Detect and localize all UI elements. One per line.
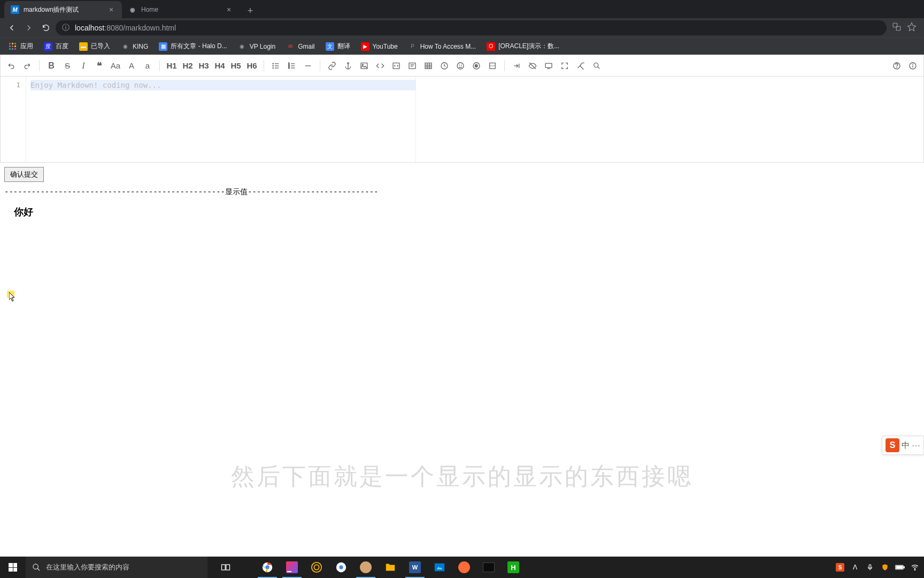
bold-button[interactable]: B (44, 57, 59, 74)
h2-button[interactable]: H2 (180, 57, 195, 74)
svg-rect-9 (12, 48, 13, 50)
watch-button[interactable] (525, 57, 540, 74)
photos-app[interactable] (428, 557, 451, 578)
file-explorer-app[interactable] (379, 557, 402, 578)
bookmark-gmail[interactable]: ✉Gmail (282, 40, 319, 53)
bookmark-vp-login[interactable]: ◉VP Login (234, 40, 280, 53)
anchor-button[interactable] (341, 57, 356, 74)
help-button[interactable] (889, 57, 904, 74)
h3-button[interactable]: H3 (196, 57, 211, 74)
translate-icon[interactable] (892, 22, 902, 34)
task-view-button[interactable] (214, 557, 237, 578)
back-button[interactable] (4, 20, 19, 35)
submit-button[interactable]: 确认提交 (4, 167, 44, 182)
word-app[interactable]: W (403, 557, 427, 578)
start-button[interactable] (0, 557, 26, 578)
ordered-list-button[interactable]: 123 (284, 57, 299, 74)
chrome-app[interactable] (256, 557, 279, 578)
goto-line-button[interactable] (509, 57, 524, 74)
h1-button[interactable]: H1 (164, 57, 179, 74)
postman-app[interactable] (452, 557, 476, 578)
svg-rect-8 (9, 48, 11, 50)
site-info-icon[interactable]: ⓘ (62, 23, 70, 33)
code-block-button[interactable] (389, 57, 404, 74)
bookmark-folder-imported[interactable]: ▬已导入 (75, 40, 114, 53)
intellij-app[interactable] (280, 557, 304, 578)
bookmarks-bar: 应用 度百度 ▬已导入 ◉KING ▦所有文章 - Halo D... ◉VP … (0, 37, 924, 55)
bookmark-halo[interactable]: ▦所有文章 - Halo D... (155, 40, 231, 53)
forward-button[interactable] (21, 20, 36, 35)
wifi-icon[interactable] (910, 562, 920, 572)
battery-icon[interactable] (895, 562, 905, 572)
h5-button[interactable]: H5 (228, 57, 243, 74)
undo-button[interactable] (4, 57, 19, 74)
clear-button[interactable] (573, 57, 588, 74)
svg-point-38 (457, 63, 464, 69)
terminal-app[interactable] (477, 557, 500, 578)
svg-line-57 (37, 568, 40, 571)
preformatted-button[interactable] (405, 57, 420, 74)
info-button[interactable] (905, 57, 920, 74)
new-tab-button[interactable]: + (243, 3, 258, 18)
h6-button[interactable]: H6 (244, 57, 259, 74)
redo-button[interactable] (20, 57, 35, 74)
special-char-button[interactable]: © (469, 57, 484, 74)
search-button[interactable] (589, 57, 604, 74)
bookmark-oracle[interactable]: O[ORACLE]演示：数... (482, 40, 564, 53)
ime-indicator[interactable]: S 中 ⋯ (882, 436, 924, 455)
tray-chevron-icon[interactable]: ᐱ (850, 562, 860, 572)
tab-inactive[interactable]: ◉ Home × (122, 1, 240, 18)
emoji-button[interactable] (453, 57, 468, 74)
bookmark-star-icon[interactable] (907, 22, 917, 34)
italic-button[interactable]: I (76, 57, 91, 74)
app-5[interactable] (354, 557, 378, 578)
bookmark-youtube[interactable]: ▶YouTube (357, 40, 402, 53)
close-icon[interactable]: × (107, 5, 116, 14)
security-tray-icon[interactable] (880, 562, 890, 572)
h4-button[interactable]: H4 (212, 57, 227, 74)
close-icon[interactable]: × (225, 5, 233, 14)
svg-rect-10 (14, 48, 16, 50)
datetime-button[interactable] (437, 57, 452, 74)
textcase-upper-button[interactable]: A (124, 57, 139, 74)
globe-icon: ◉ (238, 42, 247, 51)
hr-button[interactable] (301, 57, 315, 74)
cursor-highlight (7, 291, 14, 298)
taskbar-search[interactable]: 在这里输入你要搜索的内容 (26, 557, 207, 578)
code-editor[interactable]: Enjoy Markdown! coding now... (26, 77, 415, 162)
system-tray: S ᐱ (831, 562, 924, 572)
markdown-editor: B S I ❝ Aa A a H1 H2 H3 H4 H5 H6 123 (0, 55, 924, 163)
hbuilder-app[interactable]: H (502, 557, 525, 578)
bookmark-translate[interactable]: 文翻译 (321, 40, 355, 53)
globe-icon: ◉ (121, 42, 129, 51)
app-3[interactable] (305, 557, 328, 578)
bookmark-baidu[interactable]: 度百度 (40, 40, 73, 53)
bookmark-howto[interactable]: PHow To Access M... (404, 40, 480, 53)
tab-active[interactable]: M markdown插件测试 × (4, 1, 122, 18)
pagebreak-button[interactable] (485, 57, 500, 74)
svg-point-13 (273, 65, 273, 66)
code-button[interactable] (373, 57, 388, 74)
fullscreen-button[interactable] (557, 57, 572, 74)
preview-button[interactable] (541, 57, 556, 74)
microphone-icon[interactable] (865, 562, 875, 572)
image-button[interactable] (357, 57, 372, 74)
link-button[interactable] (325, 57, 340, 74)
chrome-canary-app[interactable] (329, 557, 353, 578)
table-button[interactable] (421, 57, 436, 74)
cursor-icon (9, 292, 16, 302)
tab-favicon: ◉ (128, 5, 137, 14)
sogou-tray-icon[interactable]: S (835, 562, 845, 572)
bookmark-apps[interactable]: 应用 (4, 40, 37, 53)
unordered-list-button[interactable] (268, 57, 283, 74)
textcase-lower-button[interactable]: a (140, 57, 155, 74)
strikethrough-button[interactable]: S (60, 57, 75, 74)
tab-favicon: M (11, 5, 19, 14)
bookmark-king[interactable]: ◉KING (117, 40, 152, 53)
omnibox[interactable]: ⓘ localhost:8080/markdown.html (56, 20, 887, 35)
textcase-mixed-button[interactable]: Aa (108, 57, 123, 74)
reload-button[interactable] (38, 20, 53, 35)
quote-button[interactable]: ❝ (92, 57, 107, 74)
svg-point-62 (312, 562, 321, 572)
display-heading: 你好 (0, 198, 924, 223)
